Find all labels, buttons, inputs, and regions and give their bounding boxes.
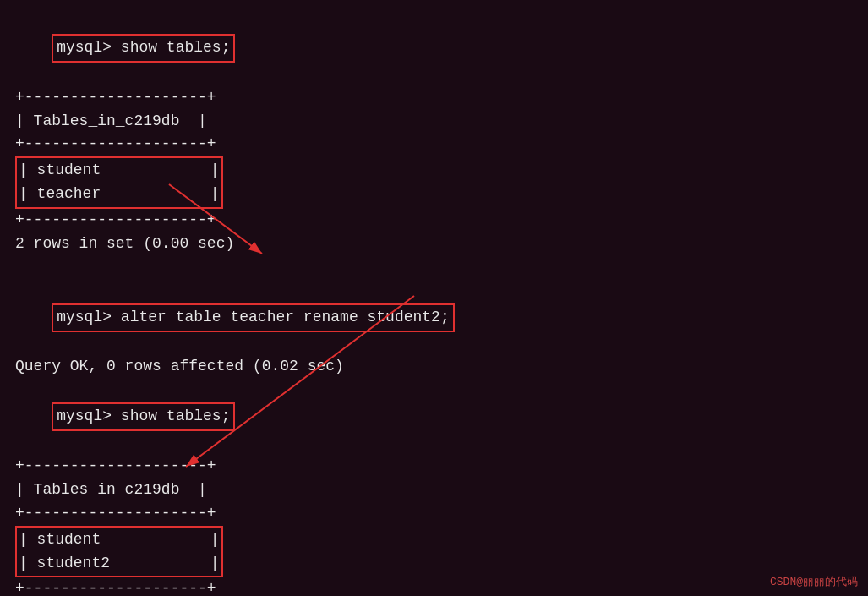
table-rows-block1: | student | | teacher | [15, 156, 223, 209]
cmd3-box: mysql> show tables; [52, 402, 235, 431]
line-row3: | student | [19, 528, 220, 552]
line-cmd2: mysql> alter table teacher rename studen… [15, 280, 853, 356]
line-row2: | teacher | [19, 183, 220, 206]
line-sep3: +--------------------+ [15, 209, 853, 232]
line-col1: | Tables_in_c219db | [15, 110, 853, 134]
line-cmd3: mysql> show tables; [15, 379, 853, 455]
cmd1-box: mysql> show tables; [52, 34, 235, 63]
line-sep4: +--------------------+ [15, 455, 853, 478]
line-rows1: 2 rows in set (0.00 sec) [15, 232, 853, 256]
line-cmd1: mysql> show tables; [15, 10, 853, 86]
cmd2-box: mysql> alter table teacher rename studen… [52, 303, 454, 332]
line-sep2: +--------------------+ [15, 133, 853, 156]
terminal-container: mysql> show tables; +-------------------… [0, 0, 868, 596]
line-row1: | student | [19, 159, 220, 183]
line-blank1 [15, 256, 853, 280]
line-query-ok: Query OK, 0 rows affected (0.02 sec) [15, 355, 853, 379]
watermark: CSDN@丽丽的代码 [770, 574, 858, 589]
line-row4: | student2 | [19, 552, 220, 576]
line-col2: | Tables_in_c219db | [15, 478, 853, 502]
line-sep5: +--------------------+ [15, 502, 853, 526]
table-rows-block2: | student | | student2 | [15, 526, 223, 578]
line-sep1: +--------------------+ [15, 86, 853, 110]
line-sep6: +--------------------+ [15, 577, 853, 596]
